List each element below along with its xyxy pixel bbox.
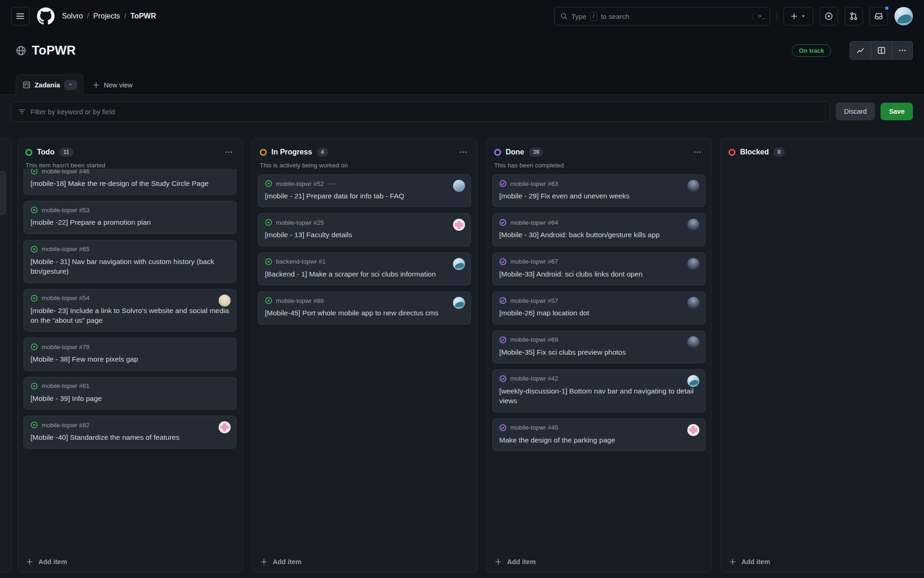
new-view-button[interactable]: New view — [92, 81, 133, 89]
tab-zadania[interactable]: Zadania — [16, 74, 83, 95]
column-menu-button[interactable] — [457, 146, 469, 158]
issue-repo-number: mobile-topwr #57 — [510, 297, 558, 304]
open-issue-icon — [31, 295, 38, 302]
column-menu-button[interactable] — [223, 146, 235, 158]
project-toolbar — [850, 41, 913, 60]
issue-card[interactable]: mobile-topwr #57 [mobile-26] map locatio… — [492, 291, 705, 324]
add-item-button[interactable]: Add item — [721, 551, 924, 572]
open-issue-icon — [265, 180, 272, 187]
hamburger-menu-button[interactable] — [11, 7, 30, 25]
pull-requests-button[interactable] — [844, 7, 863, 25]
card-header: mobile-topwr #64 — [499, 219, 698, 226]
add-item-label: Add item — [507, 558, 536, 566]
issue-title: [Backend - 1] Make a scraper for sci clu… — [265, 269, 464, 279]
issue-card[interactable]: mobile-topwr #64 [Mobile - 30] Android: … — [492, 213, 705, 246]
project-header-actions: On track — [792, 41, 913, 60]
column-count-badge: 0 — [773, 148, 785, 157]
issue-card[interactable]: mobile-topwr #81 [Mobile - 39] Info page — [24, 377, 237, 410]
issues-button[interactable] — [820, 7, 838, 25]
column-cards: mobile-topwr #52 ··· [mobile - 21] Prepa… — [252, 169, 477, 551]
issue-repo-number: mobile-topwr #25 — [276, 219, 324, 226]
column-description: This item hasn't been started — [18, 162, 242, 169]
issue-card[interactable]: mobile-topwr #53 [mobile -22] Prepare a … — [24, 201, 237, 234]
issue-card[interactable]: mobile-topwr #65 [Mobile - 31] Nav bar n… — [24, 240, 237, 283]
add-item-label: Add item — [38, 558, 67, 566]
line-graph-icon — [857, 46, 865, 55]
issue-status-icon — [499, 180, 507, 187]
board-column: In Progress 4 This is actively being wor… — [252, 138, 477, 573]
issue-title: [Mobile -40] Standardize the names of fe… — [31, 432, 230, 442]
create-new-button[interactable] — [783, 7, 813, 25]
tab-options-caret-button[interactable] — [64, 80, 77, 90]
open-issue-icon — [31, 421, 38, 429]
issue-repo-number: mobile-topwr #63 — [510, 180, 558, 187]
column-name: In Progress — [271, 148, 312, 156]
breadcrumb-separator: / — [124, 12, 126, 20]
column-description: This is actively being worked on — [252, 162, 477, 169]
issue-card[interactable]: mobile-topwr #88 [Mobile-45] Port whole … — [258, 291, 471, 324]
issue-status-icon — [31, 421, 38, 429]
add-item-button[interactable]: Add item — [487, 551, 711, 572]
issue-title: [Mobile-33] Android: sci clubs links don… — [499, 269, 698, 279]
issue-card[interactable]: mobile-topwr #25 [mobile - 13] Faculty d… — [258, 213, 471, 246]
card-header: mobile-topwr #45 — [499, 424, 698, 431]
status-badge[interactable]: On track — [792, 44, 831, 57]
global-search-input[interactable]: Type / to search >_ — [554, 7, 770, 25]
issue-repo-number: mobile-topwr #54 — [42, 295, 90, 301]
issue-title: [Mobile - 30] Android: back button/gestu… — [499, 230, 698, 240]
board-column: Blocked 0 Add item — [721, 138, 924, 573]
add-item-button[interactable]: Add item — [252, 551, 477, 572]
ellipsis-icon — [225, 148, 233, 156]
add-item-button[interactable]: Add item — [18, 551, 242, 572]
board-columns: Todo 11 This item hasn't been started mo… — [0, 138, 924, 573]
issue-status-icon — [499, 336, 507, 344]
add-item-label: Add item — [741, 558, 770, 566]
card-menu-icon[interactable]: ··· — [328, 180, 337, 187]
assignee-avatar — [687, 375, 699, 387]
breadcrumb-projects[interactable]: Projects — [93, 12, 120, 20]
card-header: mobile-topwr #69 — [499, 336, 698, 344]
card-header: mobile-topwr #63 — [499, 180, 698, 187]
issue-card[interactable]: mobile-topwr #52 ··· [mobile - 21] Prepa… — [258, 174, 471, 207]
column-menu-button[interactable] — [691, 146, 704, 158]
side-panel-button[interactable] — [871, 42, 892, 59]
card-header: mobile-topwr #46 — [31, 169, 230, 175]
issue-card[interactable]: mobile-topwr #54 [mobile- 23] Include a … — [24, 289, 237, 332]
new-view-label: New view — [104, 81, 133, 89]
issue-card[interactable]: mobile-topwr #42 [weekly-discussion-1] B… — [492, 369, 705, 412]
assignee-avatar — [687, 258, 699, 270]
card-fragment — [0, 171, 6, 215]
issue-status-icon — [265, 180, 272, 187]
command-palette-icon[interactable]: >_ — [753, 13, 765, 20]
column-header: Done 39 — [487, 139, 711, 158]
issue-card[interactable]: mobile-topwr #45 Make the design of the … — [492, 418, 705, 451]
issue-card[interactable]: mobile-topwr #67 [Mobile-33] Android: sc… — [492, 252, 705, 285]
discard-button[interactable]: Discard — [836, 103, 875, 120]
column-header: Blocked 0 — [721, 139, 924, 158]
inbox-button[interactable] — [869, 7, 888, 25]
issue-card[interactable]: mobile-topwr #79 [Mobile - 38] Few more … — [24, 338, 237, 370]
side-panel-icon — [877, 46, 886, 55]
caret-down-icon — [801, 13, 806, 19]
plus-icon — [790, 12, 798, 20]
filter-field[interactable] — [11, 101, 830, 122]
issue-card[interactable]: mobile-topwr #82 [Mobile -40] Standardiz… — [24, 416, 237, 449]
column-count-badge: 11 — [59, 148, 73, 157]
breadcrumb-org[interactable]: Solvro — [62, 12, 83, 20]
save-button[interactable]: Save — [881, 103, 913, 120]
column-status-ring — [25, 149, 32, 156]
issue-card[interactable]: mobile-topwr #46 [mobile-18] Make the re… — [24, 169, 237, 195]
card-header: mobile-topwr #88 — [265, 297, 464, 304]
hamburger-icon — [16, 12, 24, 20]
project-menu-button[interactable] — [892, 42, 912, 59]
ellipsis-icon — [693, 148, 702, 156]
filter-input[interactable] — [31, 108, 823, 116]
user-avatar[interactable] — [894, 7, 913, 25]
issue-card[interactable]: mobile-topwr #63 [mobile - 29] Fix even … — [492, 174, 705, 207]
insights-button[interactable] — [850, 42, 871, 59]
github-logo-icon[interactable] — [37, 7, 55, 25]
issue-card[interactable]: backend-topwr #1 [Backend - 1] Make a sc… — [258, 252, 471, 285]
breadcrumb-project[interactable]: ToPWR — [130, 12, 156, 20]
issue-card[interactable]: mobile-topwr #69 [Mobile-35] Fix sci clu… — [492, 331, 705, 363]
issue-status-icon — [265, 258, 272, 265]
